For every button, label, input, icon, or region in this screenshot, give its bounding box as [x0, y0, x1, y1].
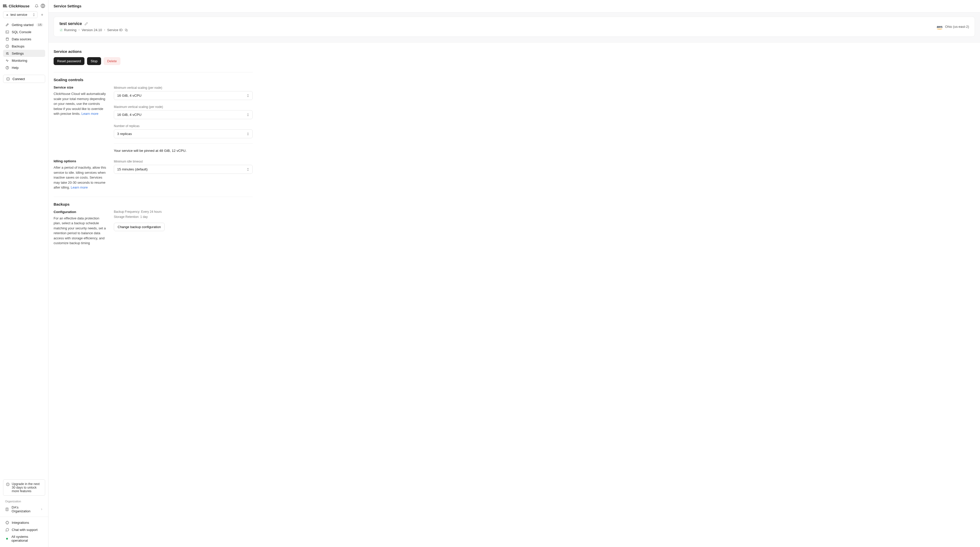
- footer-chat[interactable]: Chat with support: [3, 526, 45, 533]
- separator: •: [78, 28, 80, 32]
- sidebar: ClickHouse DA ☁︎ test service: [0, 0, 48, 547]
- chevron-right-icon: [40, 508, 43, 511]
- footer-label: All systems operational: [11, 535, 43, 542]
- service-banner: test service ✓ Running • Version 24.10 •: [54, 17, 975, 37]
- connect-button[interactable]: Connect: [3, 75, 45, 83]
- footer-status[interactable]: All systems operational: [3, 533, 45, 544]
- check-icon: ✓: [59, 28, 63, 32]
- idling-title: Idling options: [54, 159, 107, 163]
- avatar[interactable]: DA: [41, 3, 45, 8]
- backup-retention: Storage Retention: 1 day: [114, 215, 253, 219]
- status-dot-icon: [5, 537, 9, 541]
- reset-password-button[interactable]: Reset password: [54, 57, 84, 65]
- svg-rect-4: [6, 6, 7, 7]
- org-section-label: Organization: [0, 498, 48, 504]
- learn-more-link[interactable]: Learn more: [81, 112, 98, 116]
- copy-icon[interactable]: [124, 28, 128, 32]
- delete-button[interactable]: Delete: [103, 57, 121, 65]
- footer-label: Integrations: [12, 521, 29, 525]
- history-icon: [5, 44, 9, 48]
- footer-integrations[interactable]: Integrations: [3, 519, 45, 526]
- svg-rect-14: [6, 508, 8, 510]
- database-icon: [5, 37, 9, 41]
- learn-more-link[interactable]: Learn more: [71, 186, 88, 189]
- svg-point-6: [6, 38, 8, 38]
- building-icon: [5, 507, 9, 511]
- connect-icon: [6, 77, 10, 81]
- change-backup-button[interactable]: Change backup configuration: [114, 223, 165, 231]
- nav-label: Settings: [12, 51, 24, 56]
- nav-label: Getting started: [12, 23, 33, 27]
- section-title-backups: Backups: [54, 202, 253, 207]
- aws-logo: aws: [937, 25, 942, 29]
- aws-icon: ☁︎: [5, 13, 9, 17]
- idle-timeout-select[interactable]: 15 minutes (default): [114, 165, 253, 174]
- nav-label: Data sources: [12, 37, 32, 41]
- replicas-select[interactable]: 3 replicas: [114, 129, 253, 138]
- service-size-title: Service size: [54, 86, 107, 89]
- svg-rect-1: [4, 4, 5, 7]
- pinned-note: Your service will be pinned at 48 GiB, 1…: [114, 149, 253, 153]
- max-scaling-value: 16 GiB, 4 vCPU: [117, 113, 142, 117]
- org-name: DA's Organization: [12, 506, 38, 513]
- nav-label: Backups: [12, 45, 24, 48]
- nav-label: SQL Console: [12, 30, 32, 34]
- sliders-icon: [5, 51, 9, 56]
- idle-timeout-label: Minimum idle timeout: [114, 160, 253, 163]
- svg-rect-0: [3, 4, 3, 7]
- nav-label: Help: [12, 66, 19, 70]
- nav-item-settings[interactable]: Settings: [3, 50, 45, 57]
- separator: •: [104, 28, 105, 32]
- nav-item-getting-started[interactable]: Getting started 1/5: [3, 21, 45, 28]
- nav-item-help[interactable]: Help: [3, 64, 45, 71]
- svg-rect-3: [6, 4, 6, 7]
- footer-label: Chat with support: [12, 528, 38, 532]
- brand-logo-icon: [3, 4, 7, 8]
- primary-nav: Getting started 1/5 SQL Console Data sou…: [0, 21, 48, 72]
- monitor-icon: [5, 59, 9, 62]
- rocket-icon: [5, 23, 9, 27]
- min-scaling-select[interactable]: 16 GiB, 4 vCPU: [114, 91, 253, 100]
- backup-config-title: Configuration: [54, 210, 107, 214]
- nav-item-sql-console[interactable]: SQL Console: [3, 28, 45, 35]
- nav-badge: 1/5: [37, 23, 43, 27]
- chevron-up-down-icon: [32, 13, 35, 17]
- status-pill: ✓ Running: [59, 28, 76, 32]
- edit-icon[interactable]: [84, 22, 88, 25]
- svg-rect-2: [5, 4, 5, 7]
- brand-name: ClickHouse: [9, 4, 30, 8]
- nav-label: Monitoring: [12, 59, 27, 62]
- nav-item-monitoring[interactable]: Monitoring: [3, 57, 45, 64]
- bell-icon[interactable]: [35, 4, 38, 8]
- add-service-button[interactable]: [39, 12, 45, 18]
- connect-label: Connect: [13, 77, 25, 81]
- idling-desc: After a period of inactivity, allow this…: [54, 165, 107, 190]
- upgrade-card[interactable]: Upgrade in the next 30 days to unlock mo…: [3, 479, 45, 496]
- sidebar-header: ClickHouse DA: [0, 3, 48, 11]
- idle-timeout-value: 15 minutes (default): [117, 167, 148, 171]
- replicas-label: Number of replicas: [114, 124, 253, 128]
- org-selector[interactable]: DA's Organization: [0, 504, 48, 515]
- clock-icon: [6, 482, 10, 486]
- puzzle-icon: [5, 520, 9, 525]
- nav-item-backups[interactable]: Backups: [3, 43, 45, 50]
- nav-item-data-sources[interactable]: Data sources: [3, 35, 45, 43]
- status-text: Running: [64, 28, 76, 32]
- max-scaling-select[interactable]: 16 GiB, 4 vCPU: [114, 110, 253, 119]
- chevron-up-down-icon: [247, 113, 249, 117]
- replicas-value: 3 replicas: [117, 132, 132, 136]
- stop-button[interactable]: Stop: [87, 57, 101, 65]
- min-scaling-value: 16 GiB, 4 vCPU: [117, 94, 142, 97]
- region-text: Ohio (us-east-2): [945, 25, 969, 29]
- service-name: test service: [59, 21, 82, 26]
- chevron-up-down-icon: [247, 132, 249, 136]
- svg-point-8: [6, 53, 7, 54]
- svg-rect-5: [6, 30, 8, 33]
- backup-config-desc: For an effective data protection plan, s…: [54, 216, 107, 246]
- service-selector[interactable]: ☁︎ test service: [3, 11, 38, 18]
- section-title-scaling: Scaling controls: [54, 78, 253, 82]
- main: Service Settings test service ✓ Running: [48, 0, 980, 547]
- page-title: Service Settings: [48, 0, 980, 13]
- brand: ClickHouse: [3, 4, 30, 8]
- chevron-up-down-icon: [247, 168, 249, 171]
